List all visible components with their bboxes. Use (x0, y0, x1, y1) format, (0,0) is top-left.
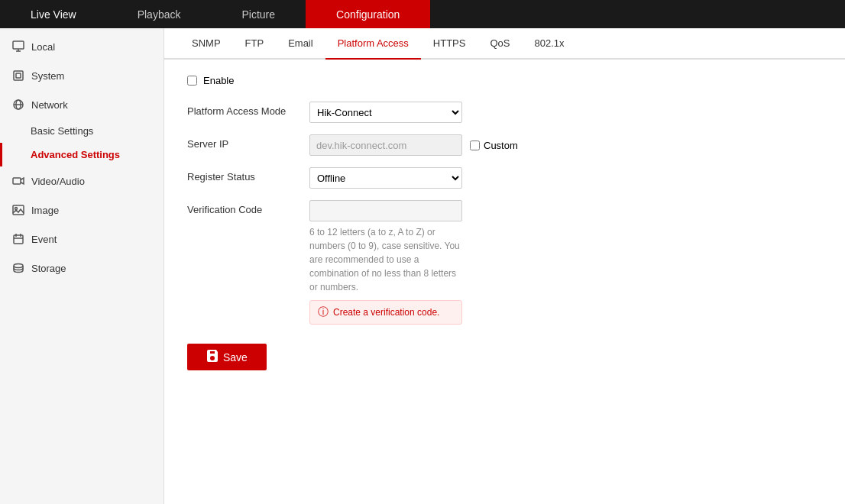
image-icon (11, 203, 25, 217)
sidebar-item-storage[interactable]: Storage (0, 254, 163, 283)
verification-hint: 6 to 12 letters (a to z, A to Z) or numb… (309, 225, 462, 294)
custom-label[interactable]: Custom (484, 140, 518, 151)
network-icon (11, 98, 25, 111)
platform-access-mode-label: Platform Access Mode (187, 102, 298, 117)
server-ip-row: Server IP Custom (187, 134, 822, 156)
platform-access-mode-select[interactable]: Hik-Connect (309, 102, 462, 123)
sidebar: Local System Network Basic Settings (0, 28, 164, 504)
verification-notice-text: Create a verification code. (333, 307, 439, 318)
svg-point-15 (14, 264, 23, 268)
video-icon (11, 174, 25, 188)
sidebar-label-storage: Storage (31, 263, 66, 274)
nav-picture[interactable]: Picture (211, 0, 306, 28)
custom-checkbox[interactable] (470, 141, 480, 150)
sidebar-item-local[interactable]: Local (0, 32, 163, 61)
register-status-row: Register Status Offline Online (187, 167, 822, 189)
custom-checkbox-wrap: Custom (470, 140, 518, 151)
verification-code-controls: 6 to 12 letters (a to z, A to Z) or numb… (309, 200, 462, 325)
svg-rect-11 (14, 235, 23, 244)
top-navigation: Live View Playback Picture Configuration (0, 0, 845, 28)
system-icon (11, 69, 25, 82)
tab-snmp[interactable]: SNMP (180, 28, 233, 58)
nav-playback[interactable]: Playback (107, 0, 212, 28)
server-ip-input[interactable] (309, 134, 462, 156)
tab-https[interactable]: HTTPS (421, 28, 478, 58)
tab-qos[interactable]: QoS (478, 28, 522, 58)
sidebar-label-local: Local (31, 41, 55, 53)
sidebar-item-video-audio[interactable]: Video/Audio (0, 166, 163, 195)
platform-access-mode-row: Platform Access Mode Hik-Connect (187, 102, 822, 123)
sidebar-label-system: System (31, 70, 64, 82)
tab-platform-access[interactable]: Platform Access (325, 28, 421, 60)
svg-rect-9 (13, 205, 24, 215)
enable-checkbox[interactable] (187, 76, 197, 86)
save-button[interactable]: Save (187, 344, 267, 370)
verification-notice[interactable]: ⓘ Create a verification code. (309, 300, 462, 325)
sidebar-item-network[interactable]: Network (0, 90, 163, 119)
content-area: SNMP FTP Email Platform Access HTTPS QoS… (164, 28, 845, 504)
nav-configuration[interactable]: Configuration (306, 0, 430, 28)
info-icon: ⓘ (318, 305, 329, 319)
register-status-select[interactable]: Offline Online (309, 167, 462, 189)
sidebar-label-image: Image (31, 205, 59, 216)
sidebar-label-network: Network (31, 99, 68, 111)
sidebar-label-event: Event (31, 234, 57, 245)
sidebar-label-video-audio: Video/Audio (31, 176, 85, 187)
verification-code-input[interactable] (309, 200, 462, 221)
storage-icon (11, 261, 25, 275)
server-ip-label: Server IP (187, 134, 298, 150)
sidebar-item-image[interactable]: Image (0, 195, 163, 225)
enable-row: Enable (187, 75, 822, 86)
tab-bar: SNMP FTP Email Platform Access HTTPS QoS… (164, 28, 845, 60)
sidebar-subitem-basic-settings[interactable]: Basic Settings (0, 119, 163, 143)
form-area: Enable Platform Access Mode Hik-Connect … (164, 60, 845, 386)
save-icon (206, 350, 219, 364)
server-ip-controls: Custom (309, 134, 518, 156)
sidebar-item-system[interactable]: System (0, 61, 163, 90)
register-status-label: Register Status (187, 167, 298, 183)
tab-email[interactable]: Email (276, 28, 325, 58)
tab-ftp[interactable]: FTP (233, 28, 277, 58)
save-label: Save (223, 351, 248, 363)
monitor-icon (11, 40, 25, 53)
sidebar-subitem-advanced-settings[interactable]: Advanced Settings (0, 143, 163, 166)
svg-rect-3 (14, 71, 23, 80)
svg-rect-4 (16, 73, 21, 78)
tab-802-1x[interactable]: 802.1x (522, 28, 576, 58)
svg-rect-8 (13, 178, 21, 184)
enable-label[interactable]: Enable (203, 75, 234, 86)
sidebar-item-event[interactable]: Event (0, 225, 163, 254)
main-layout: Local System Network Basic Settings (0, 28, 845, 504)
platform-access-mode-controls: Hik-Connect (309, 102, 462, 123)
verification-code-label: Verification Code (187, 200, 298, 215)
nav-live-view[interactable]: Live View (0, 0, 107, 28)
register-status-controls: Offline Online (309, 167, 462, 189)
verification-code-row: Verification Code 6 to 12 letters (a to … (187, 200, 822, 325)
svg-rect-0 (13, 41, 24, 49)
event-icon (11, 232, 25, 246)
